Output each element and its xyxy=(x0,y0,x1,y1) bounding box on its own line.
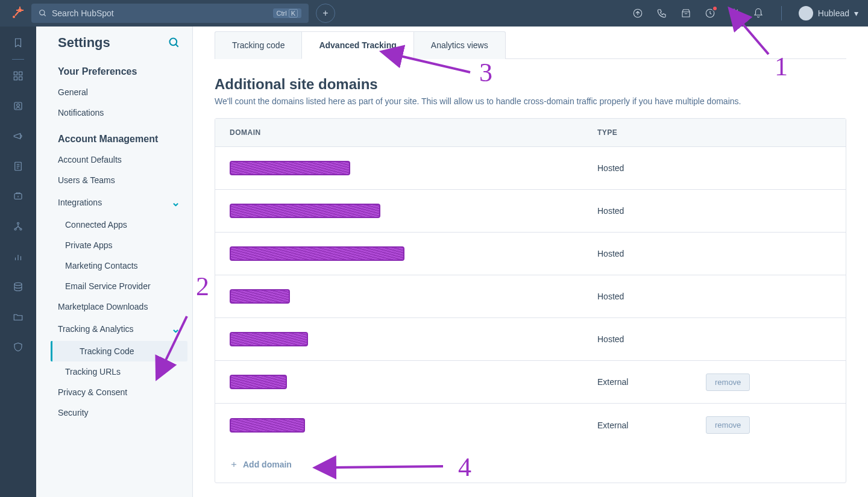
svg-rect-13 xyxy=(14,77,17,80)
table-row: Externalremove xyxy=(215,404,846,446)
sidebar-item-notifications[interactable]: Notifications xyxy=(36,102,192,123)
sidebar-item-connected-apps[interactable]: Connected Apps xyxy=(36,214,192,235)
sidebar-item-email-service-provider[interactable]: Email Service Provider xyxy=(36,276,192,296)
svg-point-6 xyxy=(40,10,45,15)
type-cell: Hosted xyxy=(597,206,706,216)
search-icon xyxy=(39,9,47,17)
svg-point-24 xyxy=(20,228,22,230)
redacted-domain xyxy=(230,375,287,389)
tab-advanced-tracking[interactable]: Advanced Tracking xyxy=(301,31,414,59)
tab-tracking-code[interactable]: Tracking code xyxy=(215,31,301,59)
avatar-icon xyxy=(799,6,813,20)
redacted-domain xyxy=(230,204,380,218)
domain-cell xyxy=(230,204,597,218)
hubspot-logo-icon[interactable] xyxy=(10,6,24,20)
bell-icon[interactable] xyxy=(752,7,764,19)
settings-sidebar[interactable]: Settings Your Preferences General Notifi… xyxy=(36,27,193,497)
svg-line-2 xyxy=(15,11,19,16)
folder-icon[interactable] xyxy=(11,310,25,324)
redacted-domain xyxy=(230,246,404,261)
shortcut-hint: CtrlK xyxy=(273,8,301,18)
domain-cell xyxy=(230,161,597,175)
type-cell: Hosted xyxy=(597,163,706,173)
chevron-down-icon: ⌄ xyxy=(171,322,180,336)
divider xyxy=(781,6,782,20)
table-row: Hosted xyxy=(215,147,846,190)
sidebar-item-integrations[interactable]: Integrations⌄ xyxy=(36,190,192,214)
sidebar-item-general[interactable]: General xyxy=(36,82,192,102)
domain-cell xyxy=(230,289,597,304)
section-account: Account Management xyxy=(36,123,192,149)
svg-line-7 xyxy=(44,14,46,16)
section-preferences: Your Preferences xyxy=(36,55,192,82)
upgrade-icon[interactable] xyxy=(632,7,644,19)
svg-line-30 xyxy=(176,45,178,47)
create-button[interactable]: + xyxy=(316,4,335,23)
activity-icon[interactable] xyxy=(704,7,716,19)
shield-icon[interactable] xyxy=(11,340,25,354)
chevron-down-icon: ⌄ xyxy=(171,196,180,209)
sidebar-item-privacy-consent[interactable]: Privacy & Consent xyxy=(36,382,192,402)
main-content[interactable]: Tracking code Advanced Tracking Analytic… xyxy=(193,27,868,497)
automation-icon[interactable] xyxy=(11,220,25,233)
svg-point-29 xyxy=(170,39,177,46)
contacts-icon[interactable] xyxy=(11,99,25,113)
user-menu[interactable]: Hublead ▾ xyxy=(799,6,858,20)
tab-analytics-views[interactable]: Analytics views xyxy=(414,31,506,59)
bookmark-icon[interactable] xyxy=(11,36,25,49)
grid-icon[interactable] xyxy=(11,69,25,83)
svg-rect-12 xyxy=(19,72,22,75)
table-row: Hosted xyxy=(215,318,846,361)
domain-cell xyxy=(230,246,597,261)
table-row: Hosted xyxy=(215,275,846,318)
sidebar-item-tracking-code[interactable]: Tracking Code xyxy=(51,341,187,361)
table-row: Hosted xyxy=(215,233,846,275)
tabs: Tracking code Advanced Tracking Analytic… xyxy=(215,31,846,59)
svg-point-1 xyxy=(13,16,15,18)
global-search[interactable]: CtrlK xyxy=(31,4,309,23)
remove-button[interactable]: remove xyxy=(706,416,750,434)
sidebar-search-icon[interactable] xyxy=(168,37,180,49)
top-nav: CtrlK + Hublead ▾ xyxy=(0,0,868,27)
marketplace-icon[interactable] xyxy=(680,7,692,19)
actions-cell: remove xyxy=(706,416,831,434)
sidebar-item-security[interactable]: Security xyxy=(36,402,192,423)
col-type: TYPE xyxy=(583,119,846,146)
add-domain-label: Add domain xyxy=(243,460,292,469)
reports-icon[interactable] xyxy=(11,250,25,263)
sidebar-item-tracking-urls[interactable]: Tracking URLs xyxy=(36,361,192,382)
left-rail xyxy=(0,27,36,497)
sidebar-item-account-defaults[interactable]: Account Defaults xyxy=(36,149,192,170)
chevron-down-icon: ▾ xyxy=(854,8,858,18)
nav-icons: Hublead ▾ xyxy=(632,6,858,20)
content-icon[interactable] xyxy=(11,160,25,173)
redacted-domain xyxy=(230,332,308,346)
megaphone-icon[interactable] xyxy=(11,130,25,143)
svg-point-10 xyxy=(733,12,736,15)
search-input[interactable] xyxy=(52,8,268,18)
sidebar-item-private-apps[interactable]: Private Apps xyxy=(36,235,192,255)
svg-point-28 xyxy=(14,283,22,286)
redacted-domain xyxy=(230,289,290,304)
type-cell: Hosted xyxy=(597,249,706,258)
database-icon[interactable] xyxy=(11,280,25,293)
page-title: Additional site domains xyxy=(215,76,846,93)
sidebar-item-marketplace-downloads[interactable]: Marketplace Downloads xyxy=(36,296,192,317)
svg-rect-11 xyxy=(14,72,17,75)
type-cell: Hosted xyxy=(597,292,706,301)
remove-button[interactable]: remove xyxy=(706,374,750,391)
plus-icon xyxy=(230,460,238,469)
sidebar-item-users-teams[interactable]: Users & Teams xyxy=(36,170,192,190)
redacted-domain xyxy=(230,161,350,175)
settings-gear-icon[interactable] xyxy=(728,7,740,19)
type-cell: External xyxy=(597,420,706,430)
table-row: Externalremove xyxy=(215,361,846,404)
commerce-icon[interactable] xyxy=(11,190,25,203)
svg-rect-14 xyxy=(19,77,22,80)
add-domain-button[interactable]: Add domain xyxy=(215,446,846,483)
sidebar-item-tracking-analytics[interactable]: Tracking & Analytics⌄ xyxy=(36,317,192,341)
phone-icon[interactable] xyxy=(656,7,668,19)
sidebar-item-marketing-contacts[interactable]: Marketing Contacts xyxy=(36,255,192,276)
notification-dot-icon xyxy=(712,5,718,11)
table-row: Hosted xyxy=(215,190,846,233)
